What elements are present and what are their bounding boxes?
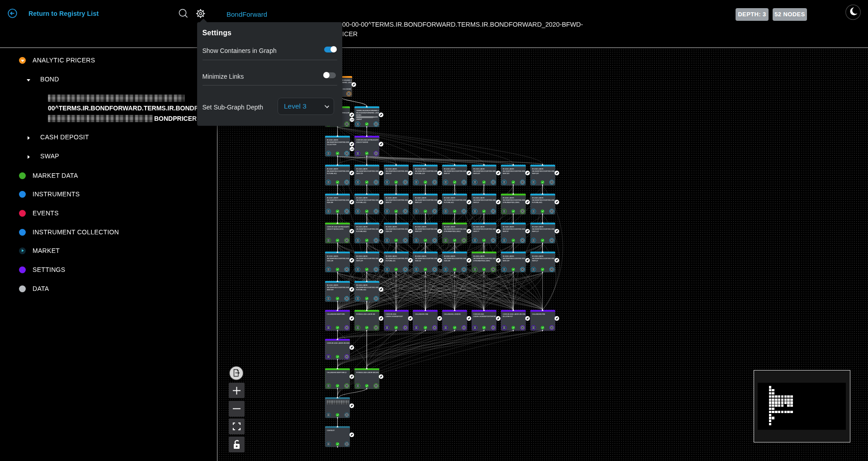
svg-text:+26: +26 xyxy=(350,148,354,150)
svg-text:+22: +22 xyxy=(350,119,354,121)
